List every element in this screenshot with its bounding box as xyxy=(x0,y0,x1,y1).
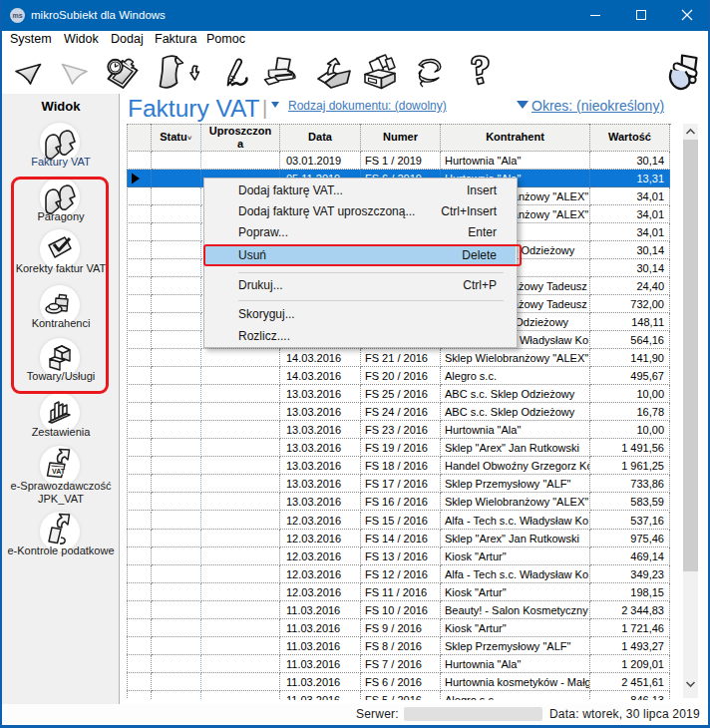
svg-text:VAT: VAT xyxy=(52,468,66,475)
